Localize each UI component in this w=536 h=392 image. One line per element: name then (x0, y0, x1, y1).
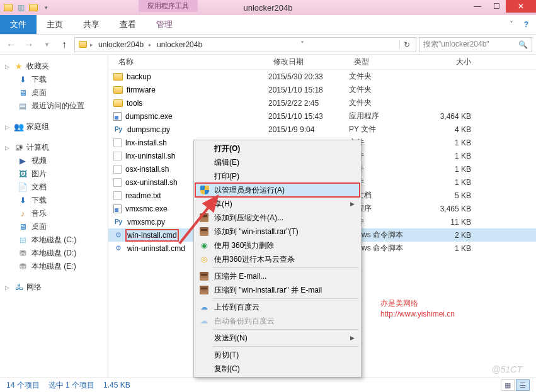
tab-view[interactable]: 查看 (110, 15, 146, 34)
breadcrumb-part[interactable]: unlocker204b (154, 40, 205, 49)
close-button[interactable]: ✕ (506, 0, 536, 13)
search-input[interactable]: 搜索"unlocker204b" 🔍 (419, 37, 532, 52)
ctx-trojan-scan[interactable]: ◎使用360进行木马云查杀 (195, 252, 360, 266)
ctx-edit[interactable]: 编辑(E) (195, 155, 360, 169)
nav-disk-e[interactable]: ⛃本地磁盘 (E:) (0, 260, 108, 273)
address-dropdown-icon[interactable]: ˅ (295, 40, 309, 49)
nav-documents[interactable]: 📄文档 (0, 181, 108, 194)
col-name[interactable]: 名称 (108, 57, 268, 67)
ctx-add-archive[interactable]: 添加到压缩文件(A)... (195, 211, 360, 225)
minimize-button[interactable]: — (468, 0, 487, 13)
nav-homegroup[interactable]: ▷👥家庭组 (0, 120, 108, 133)
file-type: PY 文件 (349, 124, 419, 135)
nav-pictures[interactable]: 🖼图片 (0, 167, 108, 181)
file-row[interactable]: firmware2015/1/10 15:18文件夹 (108, 83, 536, 96)
recent-icon: ▤ (18, 101, 28, 111)
tab-manage[interactable]: 管理 (146, 15, 183, 34)
ctx-copy[interactable]: 复制(C) (195, 362, 360, 376)
view-details-button[interactable]: ☰ (516, 379, 530, 391)
up-button[interactable]: ↑ (57, 37, 72, 52)
ctx-run-as-admin[interactable]: 以管理员身份运行(A) (195, 183, 360, 197)
shell-icon (113, 138, 122, 147)
search-icon[interactable]: 🔍 (518, 40, 528, 49)
nav-computer[interactable]: ▷🖳计算机 (0, 141, 108, 154)
col-date[interactable]: 修改日期 (268, 57, 349, 67)
tab-share[interactable]: 共享 (73, 15, 110, 34)
desktop-icon: 🖥 (18, 88, 28, 98)
text-icon (113, 191, 122, 200)
nav-network[interactable]: ▷🖧网络 (0, 281, 108, 294)
breadcrumb-part[interactable]: unlocker204b (96, 40, 146, 49)
disk-icon: ⛃ (18, 262, 28, 272)
chevron-right-icon[interactable]: ▸ (90, 42, 93, 48)
file-name: lnx-uninstall.sh (125, 152, 175, 160)
star-icon: ★ (14, 62, 24, 72)
nav-desktop2[interactable]: 🖥桌面 (0, 220, 108, 233)
python-icon: Py (113, 217, 123, 227)
recent-dropdown-icon[interactable]: ▾ (39, 37, 54, 52)
nav-downloads2[interactable]: ⬇下载 (0, 194, 108, 207)
file-name: win-install.cmd (127, 231, 177, 240)
ctx-add-rar[interactable]: 添加到 "win-install.rar"(T) (195, 225, 360, 238)
open-qat-icon[interactable] (28, 2, 39, 13)
nav-favorites[interactable]: ▷★收藏夹 (0, 60, 108, 73)
ctx-email-rar[interactable]: 压缩到 "win-install.rar" 并 E-mail (195, 283, 360, 297)
tab-home[interactable]: 主页 (37, 15, 73, 34)
ctx-share[interactable]: 享(H)▶ (195, 197, 360, 211)
folder-icon (113, 86, 123, 94)
nav-desktop[interactable]: 🖥桌面 (0, 86, 108, 99)
file-row[interactable]: backup2015/5/30 20:33文件夹 (108, 70, 536, 83)
col-type[interactable]: 类型 (349, 57, 419, 67)
folder-icon[interactable] (3, 2, 14, 13)
col-size[interactable]: 大小 (419, 57, 476, 67)
ctx-email-archive[interactable]: 压缩并 E-mail... (195, 269, 360, 283)
address-bar[interactable]: ▸ unlocker204b ▸ unlocker204b ˅ ↻ (74, 37, 416, 52)
rar-icon (199, 213, 209, 223)
file-name: osx-uninstall.sh (125, 178, 178, 187)
ctx-upload-baidu[interactable]: ☁上传到百度云 (195, 300, 360, 314)
nav-downloads[interactable]: ⬇下载 (0, 73, 108, 86)
ctx-force-delete[interactable]: ◉使用 360强力删除 (195, 238, 360, 252)
file-size: 3,465 KB (419, 204, 476, 213)
refresh-button[interactable]: ↻ (399, 40, 413, 49)
file-name: dumpsmc.exe (125, 112, 173, 121)
file-row[interactable]: tools2015/2/22 2:45文件夹 (108, 96, 536, 109)
ctx-send-to[interactable]: 发送到(N)▶ (195, 331, 360, 345)
tab-file[interactable]: 文件 (0, 15, 37, 34)
window-title: unlocker204b (243, 3, 292, 13)
360-shield-icon: ◎ (199, 254, 209, 264)
file-row[interactable]: Pydumpsmc.py2015/1/9 9:04PY 文件4 KB (108, 123, 536, 136)
nav-disk-c[interactable]: ⊞本地磁盘 (C:) (0, 233, 108, 247)
chevron-right-icon[interactable]: ▸ (149, 42, 152, 48)
search-placeholder: 搜索"unlocker204b" (423, 39, 489, 50)
ctx-open[interactable]: 打开(O) (195, 142, 360, 155)
view-thumbnails-button[interactable]: ▦ (501, 379, 515, 391)
ribbon-collapse-icon[interactable]: ˅ (510, 20, 513, 29)
menu-separator (213, 329, 358, 330)
quick-access-toolbar: ▥ ▾ (3, 2, 52, 13)
file-size: 1 KB (419, 138, 476, 147)
desktop-icon: 🖥 (18, 222, 28, 232)
computer-icon: 🖳 (14, 143, 24, 153)
file-qat-icon[interactable]: ▥ (15, 2, 26, 13)
file-row[interactable]: dumpsmc.exe2015/1/10 15:43应用程序3,464 KB (108, 109, 536, 123)
qat-dropdown-icon[interactable]: ▾ (40, 2, 52, 13)
help-icon[interactable]: ? (524, 20, 528, 29)
file-date: 2015/5/30 20:33 (268, 72, 349, 81)
file-type: 文件夹 (349, 84, 419, 95)
file-size: 1 KB (419, 152, 476, 160)
ctx-print[interactable]: 打印(P) (195, 169, 360, 183)
file-size: 4 KB (419, 125, 476, 134)
titlebar: ▥ ▾ 应用程序工具 unlocker204b — ☐ ✕ (0, 0, 536, 15)
network-icon: 🖧 (14, 283, 24, 293)
shell-icon (113, 152, 122, 160)
nav-disk-d[interactable]: ⛃本地磁盘 (D:) (0, 247, 108, 260)
video-icon: ▶ (18, 156, 28, 166)
nav-videos[interactable]: ▶视频 (0, 154, 108, 167)
ctx-cut[interactable]: 剪切(T) (195, 348, 360, 362)
file-size: 5 KB (419, 191, 476, 200)
maximize-button[interactable]: ☐ (487, 0, 506, 13)
nav-music[interactable]: ♪音乐 (0, 207, 108, 220)
back-button[interactable]: ← (4, 37, 19, 52)
nav-recent[interactable]: ▤最近访问的位置 (0, 99, 108, 113)
